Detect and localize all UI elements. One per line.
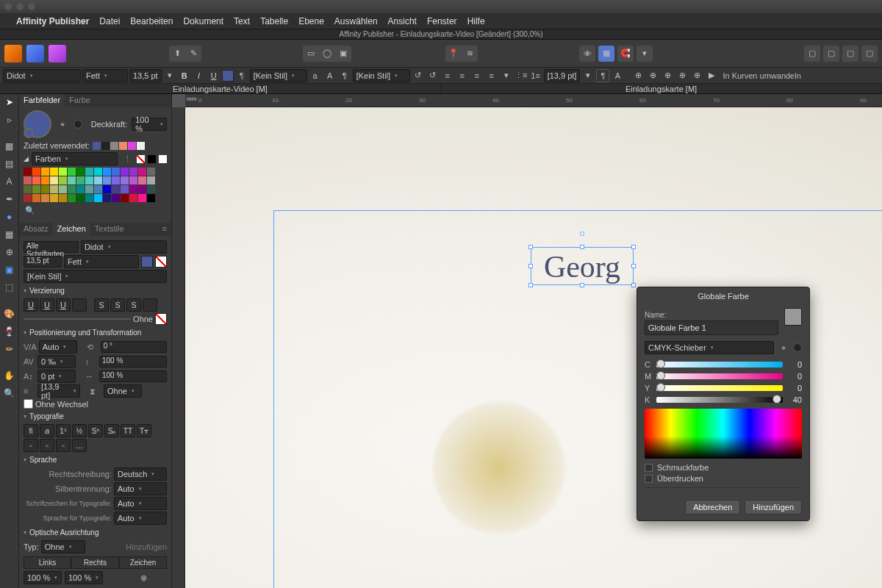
insert1-icon[interactable]: ⊕ (631, 69, 645, 82)
hyph[interactable]: Auto (114, 482, 167, 495)
handle[interactable] (528, 264, 533, 268)
insert2-icon[interactable]: ⊕ (646, 69, 659, 82)
leading-field[interactable]: [13,9 pt] (544, 69, 581, 82)
pct2[interactable]: 100 % (65, 571, 103, 584)
close-traffic[interactable] (4, 3, 12, 10)
y-slider[interactable] (656, 385, 783, 391)
italic-icon[interactable]: I (193, 69, 206, 82)
font-select[interactable]: Didot (81, 240, 167, 254)
table-tool[interactable]: ▦ (3, 140, 16, 153)
hscale[interactable]: 100 % (99, 370, 167, 382)
viewmode2-icon[interactable]: ◯ (319, 46, 335, 62)
c-slider[interactable] (656, 362, 783, 368)
align-justify-icon[interactable]: ≡ (485, 69, 498, 82)
persona-publisher[interactable] (4, 45, 22, 62)
snap-menu-icon[interactable]: ▾ (637, 46, 653, 62)
underline-icon[interactable]: U (207, 69, 220, 82)
text-frame[interactable]: Georg (531, 247, 634, 285)
typo-1st[interactable]: 1ˢ (56, 424, 71, 437)
arrange4-icon[interactable]: ▢ (861, 46, 878, 62)
align-right-icon[interactable]: ≡ (470, 69, 484, 82)
k-slider[interactable] (656, 397, 783, 403)
lead[interactable]: [13,9 pt] (37, 384, 80, 398)
sec-typo[interactable]: Typografie (24, 410, 167, 423)
insert3-icon[interactable]: ⊕ (661, 69, 674, 82)
shape-tool[interactable]: ● (3, 210, 16, 223)
clip-icon[interactable]: ▦ (598, 46, 614, 62)
text-color[interactable] (222, 70, 234, 82)
picture-frame-tool[interactable]: ▣ (3, 263, 16, 276)
bold-icon[interactable]: B (178, 69, 191, 82)
preflight-icon[interactable]: ⬆ (169, 46, 185, 62)
size-input[interactable]: 13,5 pt (24, 256, 62, 268)
handle[interactable] (631, 264, 636, 268)
u-none[interactable] (72, 298, 87, 312)
arrange1-icon[interactable]: ▢ (804, 46, 820, 62)
min-traffic[interactable] (16, 3, 24, 10)
tab-1[interactable]: Einladungskarte-Video [M] (0, 84, 441, 93)
vscale[interactable]: 100 % (99, 356, 167, 368)
parastyle-icon[interactable]: ¶ (338, 69, 351, 82)
align-left-icon[interactable]: ≡ (441, 69, 454, 82)
u2[interactable]: U (40, 298, 54, 312)
palette-opts-icon[interactable]: ⋮ (121, 152, 134, 165)
align-more-icon[interactable]: ▾ (500, 69, 513, 82)
handle[interactable] (580, 245, 584, 249)
wrap-icon[interactable]: ≋ (462, 46, 478, 62)
align-center-icon[interactable]: ≡ (456, 69, 469, 82)
menu-dokument[interactable]: Dokument (183, 16, 223, 26)
overprint-checkbox[interactable] (645, 475, 653, 483)
panel-menu-icon[interactable]: ≡ (158, 223, 171, 236)
zoom-tool[interactable]: 🔍 (3, 387, 16, 400)
charstyle-dropdown[interactable]: [Kein Stil] (250, 69, 307, 82)
size-stepper[interactable]: ▾ (163, 69, 176, 82)
spell[interactable]: Deutsch (114, 467, 167, 481)
sec-decor[interactable]: Verzierung (24, 284, 167, 297)
bshift[interactable]: 0 pt (37, 370, 76, 383)
s-none[interactable] (143, 298, 157, 312)
ok-button[interactable]: Hinzufügen (745, 500, 802, 514)
menu-datei[interactable]: Datei (99, 16, 120, 26)
rot[interactable]: 0 ° (101, 341, 167, 353)
foot-rechts[interactable]: Rechts (71, 556, 119, 569)
text-tool[interactable]: A (3, 175, 16, 188)
picker-swatch[interactable] (793, 343, 802, 352)
typo-fi[interactable]: fi (24, 424, 38, 437)
s3[interactable]: S (126, 298, 141, 312)
typo-b2[interactable]: ▫ (40, 439, 54, 452)
decor-color[interactable] (155, 313, 167, 325)
char-panel-icon[interactable]: A (611, 69, 624, 82)
typo-sc[interactable]: Tᴛ (137, 424, 151, 437)
handle[interactable] (631, 283, 636, 287)
pct1[interactable]: 100 % (24, 571, 62, 584)
sec-lang[interactable]: Sprache (24, 453, 167, 466)
black-swatch[interactable] (148, 155, 156, 163)
recent-sw[interactable] (93, 142, 101, 150)
track[interactable]: 0 ‰ (37, 355, 76, 368)
persona-designer[interactable] (26, 45, 44, 62)
recent-sw[interactable] (128, 142, 136, 150)
numbers-icon[interactable]: 1≡ (529, 69, 542, 82)
preflight2-icon[interactable]: ✎ (185, 46, 201, 62)
menu-text[interactable]: Text (234, 16, 250, 26)
handle[interactable] (528, 245, 533, 249)
none-swatch[interactable] (137, 155, 145, 163)
menu-auswaehlen[interactable]: Auswählen (334, 16, 378, 26)
foot-links[interactable]: Links (24, 556, 71, 569)
handle[interactable] (580, 283, 584, 287)
sample-swatch[interactable] (74, 120, 82, 129)
hand-tool[interactable]: ✋ (3, 369, 16, 382)
white-swatch[interactable] (159, 155, 167, 163)
m-slider[interactable] (656, 373, 783, 379)
ruler-vertical[interactable] (172, 107, 185, 588)
char-color[interactable] (141, 256, 153, 268)
typolang[interactable]: Auto (114, 512, 167, 525)
reset4-icon[interactable]: ↺ (426, 69, 440, 82)
recent-sw[interactable] (119, 142, 127, 150)
handle[interactable] (528, 283, 533, 287)
rotate-handle[interactable] (580, 232, 584, 236)
insert4-icon[interactable]: ⊕ (675, 69, 689, 82)
tab-farbe[interactable]: Farbe (65, 94, 95, 107)
typo-more[interactable]: … (72, 439, 87, 452)
typochar[interactable]: Auto (114, 497, 167, 510)
